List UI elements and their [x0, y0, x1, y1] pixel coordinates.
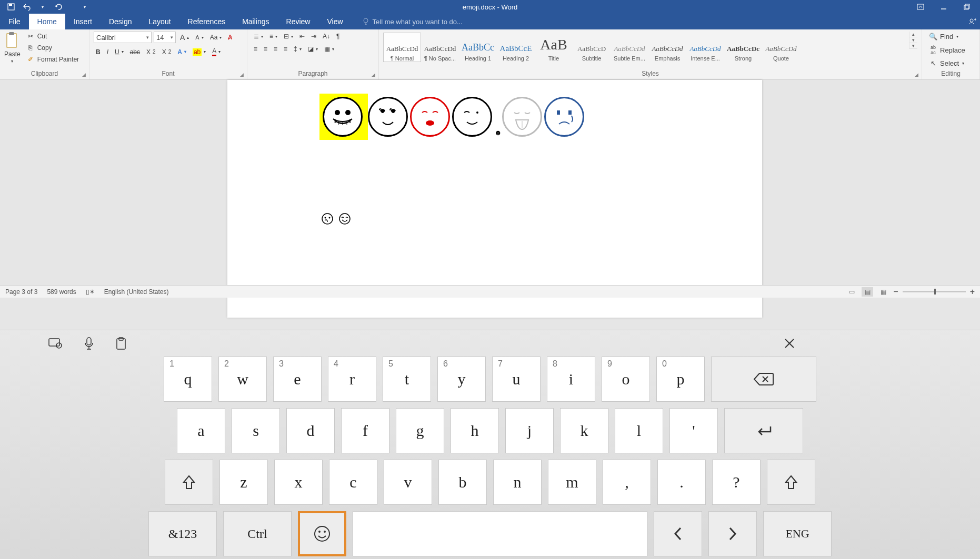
- window-restore[interactable]: [958, 1, 976, 13]
- numbering[interactable]: ≡▾: [267, 32, 279, 41]
- tab-view[interactable]: View: [318, 14, 351, 29]
- format-painter-button[interactable]: ✐Format Painter: [24, 55, 81, 64]
- justify[interactable]: ≡: [282, 44, 289, 54]
- document-workspace[interactable]: ☻: [0, 80, 980, 318]
- decrease-indent[interactable]: ⇤: [297, 32, 307, 41]
- clipboard-launcher[interactable]: ◢: [82, 72, 86, 77]
- bullets[interactable]: ≣▾: [252, 32, 265, 41]
- sort[interactable]: A↓: [321, 32, 332, 41]
- style-strong[interactable]: AaBbCcDcStrong: [724, 33, 762, 62]
- increase-indent[interactable]: ⇥: [309, 32, 318, 41]
- key-p[interactable]: 0p: [656, 357, 705, 402]
- style-subtle-em---[interactable]: AaBbCcDdSubtle Em...: [611, 33, 648, 62]
- zoom-in[interactable]: +: [970, 287, 975, 297]
- qat-save[interactable]: [5, 1, 17, 13]
- key-m[interactable]: m: [548, 460, 596, 505]
- key-space[interactable]: [353, 511, 647, 556]
- key-period[interactable]: .: [657, 460, 706, 505]
- key-q[interactable]: 1q: [164, 357, 212, 402]
- key-apostrophe[interactable]: ': [669, 408, 718, 453]
- key-u[interactable]: 7u: [492, 357, 541, 402]
- key-d[interactable]: d: [286, 408, 335, 453]
- key-language[interactable]: ENG: [763, 511, 832, 556]
- gallery-up[interactable]: ▴: [909, 32, 917, 37]
- find-button[interactable]: 🔍Find▾: [926, 32, 967, 42]
- osk-settings-icon[interactable]: [48, 337, 62, 350]
- zoom-slider[interactable]: [903, 291, 966, 292]
- key-t[interactable]: 5t: [383, 357, 431, 402]
- view-print-layout[interactable]: ▤: [862, 287, 873, 297]
- tab-file[interactable]: File: [0, 14, 29, 29]
- change-case[interactable]: Aa▾: [208, 33, 224, 42]
- underline-button[interactable]: U▾: [113, 47, 126, 57]
- gallery-more[interactable]: ▾: [909, 43, 917, 49]
- key-n[interactable]: n: [493, 460, 542, 505]
- view-read-mode[interactable]: ▭: [846, 287, 857, 297]
- key-comma[interactable]: ,: [603, 460, 651, 505]
- replace-button[interactable]: abacReplace: [926, 44, 967, 56]
- status-proofing-icon[interactable]: ▯✶: [86, 288, 95, 296]
- font-name-combo[interactable]: Calibri▾: [94, 32, 152, 43]
- align-center[interactable]: ≡: [262, 44, 269, 54]
- view-web-layout[interactable]: ▦: [877, 287, 889, 297]
- key-a[interactable]: a: [177, 408, 225, 453]
- clear-formatting[interactable]: A̷: [226, 33, 234, 42]
- gallery-down[interactable]: ▾: [909, 37, 917, 43]
- key-shift-left[interactable]: [165, 460, 213, 505]
- style-quote[interactable]: AaBbCcDdQuote: [762, 33, 800, 62]
- key-b[interactable]: b: [438, 460, 487, 505]
- style---normal[interactable]: AaBbCcDd¶ Normal: [383, 33, 421, 62]
- qat-redo[interactable]: [53, 1, 64, 13]
- key-k[interactable]: k: [560, 408, 608, 453]
- qat-undo-dd[interactable]: ▾: [37, 1, 48, 13]
- align-right[interactable]: ≡: [272, 44, 279, 54]
- cut-button[interactable]: ✂Cut: [24, 32, 81, 41]
- osk-close[interactable]: [784, 338, 795, 349]
- style-title[interactable]: AaBTitle: [535, 33, 573, 62]
- key-g[interactable]: g: [396, 408, 444, 453]
- copy-button[interactable]: ⎘Copy: [24, 43, 81, 53]
- status-words[interactable]: 589 words: [47, 288, 76, 296]
- shrink-font[interactable]: A▾: [193, 33, 205, 42]
- key-c[interactable]: c: [329, 460, 377, 505]
- line-spacing[interactable]: ‡▾: [292, 44, 304, 54]
- show-marks[interactable]: ¶: [334, 32, 342, 41]
- key-x[interactable]: x: [274, 460, 323, 505]
- grow-font[interactable]: A▴: [178, 32, 191, 43]
- strikethrough-button[interactable]: abc: [128, 47, 142, 57]
- tab-mailings[interactable]: Mailings: [234, 14, 277, 29]
- key-emoji[interactable]: [298, 511, 346, 556]
- borders[interactable]: ▦▾: [322, 44, 336, 54]
- highlight-button[interactable]: ab▾: [191, 47, 208, 57]
- paragraph-launcher[interactable]: ◢: [372, 72, 375, 77]
- style-intense-e---[interactable]: AaBbCcDdIntense E...: [686, 33, 724, 62]
- font-color[interactable]: A▾: [210, 46, 223, 57]
- key-e[interactable]: 3e: [273, 357, 322, 402]
- style-emphasis[interactable]: AaBbCcDdEmphasis: [648, 33, 686, 62]
- status-page[interactable]: Page 3 of 3: [5, 288, 37, 296]
- font-size-combo[interactable]: 14▾: [154, 32, 176, 43]
- subscript-button[interactable]: X2: [144, 47, 158, 57]
- key-z[interactable]: z: [219, 460, 268, 505]
- key-question[interactable]: ?: [712, 460, 761, 505]
- key-l[interactable]: l: [615, 408, 663, 453]
- tell-me[interactable]: Tell me what you want to do...: [352, 14, 463, 29]
- status-language[interactable]: English (United States): [104, 288, 169, 296]
- shading[interactable]: ◪▾: [306, 44, 320, 54]
- styles-launcher[interactable]: ◢: [915, 72, 918, 77]
- bold-button[interactable]: B: [94, 47, 103, 57]
- tab-layout[interactable]: Layout: [141, 14, 179, 29]
- key-backspace[interactable]: [711, 357, 816, 402]
- key-j[interactable]: j: [505, 408, 554, 453]
- key-h[interactable]: h: [451, 408, 499, 453]
- style---no-spac---[interactable]: AaBbCcDd¶ No Spac...: [421, 33, 459, 62]
- window-minimize[interactable]: [935, 1, 953, 13]
- key-enter[interactable]: [724, 408, 803, 453]
- multilevel[interactable]: ⊟▾: [282, 32, 295, 41]
- document-page[interactable]: ☻: [227, 80, 762, 318]
- key-i[interactable]: 8i: [547, 357, 595, 402]
- select-button[interactable]: ↖Select▾: [926, 58, 967, 68]
- superscript-button[interactable]: X2: [160, 47, 174, 57]
- key-right[interactable]: [708, 511, 757, 556]
- key-symbols[interactable]: &123: [148, 511, 217, 556]
